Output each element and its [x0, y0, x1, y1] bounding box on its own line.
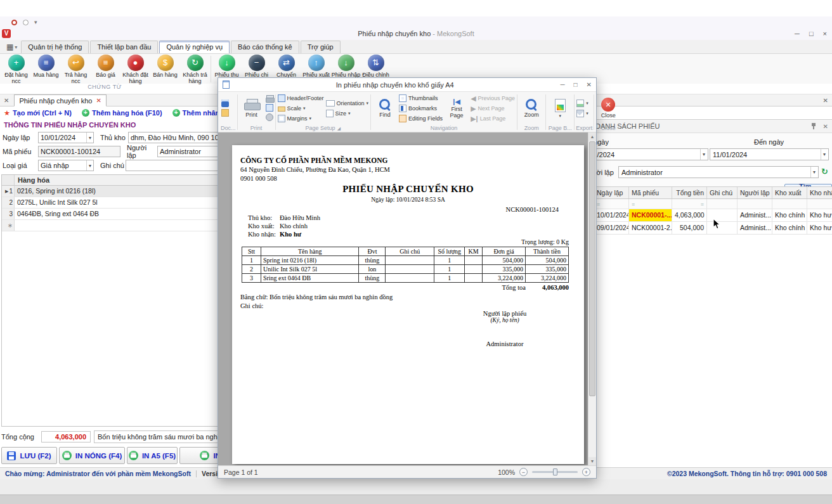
column-header[interactable]: Ngày lập: [594, 187, 629, 198]
zoom-out-icon[interactable]: −: [519, 468, 528, 476]
next-page-button[interactable]: ▶Next Page: [471, 104, 515, 113]
filter-cell[interactable]: [738, 199, 772, 209]
scrollbar-thumb[interactable]: [589, 141, 595, 396]
tab-thiet-lap-ban-dau[interactable]: Thiết lập ban đầu: [90, 41, 158, 53]
page-background-button[interactable]: ▾: [548, 99, 572, 119]
zoom-track[interactable]: [532, 471, 578, 473]
maximize-icon[interactable]: □: [574, 81, 578, 88]
filter-cell[interactable]: [629, 199, 672, 209]
print-options-icon[interactable]: [266, 104, 273, 113]
editing-fields-button[interactable]: Editing Fields: [399, 114, 443, 124]
column-header[interactable]: Mã phiếu: [629, 187, 672, 198]
column-header[interactable]: Tổng tiền: [672, 187, 707, 198]
scale-button[interactable]: Scale▾: [278, 104, 324, 113]
close-icon: ✕: [601, 98, 615, 112]
minimize-icon[interactable]: ─: [795, 30, 800, 37]
margins-button[interactable]: Margins▾: [278, 114, 324, 124]
close-icon[interactable]: ✕: [587, 81, 592, 88]
print-customize-icon[interactable]: [266, 113, 273, 122]
zoom-thumb-handle[interactable]: [553, 468, 557, 475]
column-header[interactable]: Kho nhận: [807, 187, 832, 198]
taskbar: [0, 494, 832, 504]
print-button[interactable]: Print: [240, 99, 264, 119]
table-total-line: Tổng toa4,063,000: [242, 284, 569, 291]
previous-page-button[interactable]: ◀Previous Page: [471, 94, 515, 103]
cell: 3,224,000: [526, 274, 569, 283]
price-type-select[interactable]: Giá nhập▾: [38, 160, 94, 171]
ribbon-item-bao-gia[interactable]: ≡Báo giá: [91, 55, 120, 78]
scroll-down-icon[interactable]: ▼: [588, 457, 596, 465]
tab-quan-ly-nghiep-vu[interactable]: Quản lý nghiệp vụ: [159, 41, 230, 53]
to-date-input[interactable]: 11/01/2024▾: [710, 148, 829, 160]
ribbon-item-ban-hang[interactable]: $Bán hàng: [150, 55, 180, 78]
send-email-button[interactable]: ▾: [576, 109, 588, 119]
warehouse-out-line: Kho xuất:Kho chính: [248, 223, 308, 229]
tab-bao-cao-thong-ke[interactable]: Báo cáo thống kê: [231, 41, 299, 53]
bookmarks-button[interactable]: Bookmarks: [399, 104, 443, 113]
add-item-button[interactable]: +Thêm hàng hóa (F10): [82, 109, 162, 117]
column-header[interactable]: Ghi chú: [707, 187, 738, 198]
ribbon-label: Khách đặt hàng: [122, 72, 148, 84]
window-controls: ─ □ ×: [795, 30, 827, 37]
ribbon-item-mua-hang[interactable]: ≡Mua hàng: [31, 55, 61, 78]
chevron-down-icon[interactable]: ▾: [34, 19, 37, 25]
ribbon-item-tra-hang-ncc[interactable]: ↩Trả hàng ncc: [61, 55, 91, 85]
print-a5-button[interactable]: IN A5 (F5): [127, 447, 178, 464]
tab-quan-tri-he-thong[interactable]: Quản trị hệ thống: [21, 41, 89, 53]
filter-cell[interactable]: [772, 199, 807, 209]
pin-icon[interactable]: [810, 122, 817, 130]
close-icon[interactable]: ×: [823, 30, 827, 37]
maximize-icon[interactable]: □: [809, 30, 814, 37]
zoom-in-icon[interactable]: +: [582, 468, 590, 476]
ribbon-item-phieu-chi[interactable]: −Phiếu chi: [242, 55, 271, 78]
print-hot-button[interactable]: IN NÓNG (F4): [59, 447, 125, 464]
scroll-up-icon[interactable]: ▲: [588, 132, 596, 141]
dialog-launcher-icon[interactable]: ◢: [337, 126, 341, 131]
date-input[interactable]: 10/01/2024▾: [38, 132, 94, 143]
column-header[interactable]: Kho xuất: [772, 187, 807, 198]
customer-return-icon: ↻: [187, 55, 204, 71]
grid-filter-row[interactable]: [594, 199, 832, 209]
ribbon-item-khach-tra-hang[interactable]: ↻Khách trả hàng: [180, 55, 210, 85]
refresh-icon[interactable]: ↻: [821, 167, 828, 176]
save-document-icon[interactable]: [221, 100, 229, 108]
close-panel-icon[interactable]: ✕: [823, 123, 828, 130]
filter-cell[interactable]: [594, 199, 629, 209]
filter-cell[interactable]: [807, 199, 832, 209]
export-document-button[interactable]: ▾: [576, 99, 588, 108]
ribbon-item-phieu-xuat[interactable]: ↑Phiếu xuất: [301, 55, 331, 78]
thumbnails-button[interactable]: Thumbnails: [399, 94, 443, 103]
group-label: Print: [238, 124, 275, 132]
filter-cell[interactable]: [672, 199, 707, 209]
status-dot-icon[interactable]: [23, 20, 29, 25]
save-button[interactable]: LƯU (F2): [1, 447, 57, 464]
ribbon-item-phieu-thu[interactable]: ↓Phiếu thu: [212, 55, 242, 78]
creator-filter-select[interactable]: Administrator▾: [618, 166, 819, 178]
first-page-button[interactable]: |◀First Page: [445, 98, 469, 119]
menu-grid-icon[interactable]: ▦▾: [3, 41, 21, 53]
record-dot-icon[interactable]: [11, 20, 17, 25]
vertical-scrollbar[interactable]: ▲ ▼: [588, 132, 596, 465]
chevron-down-icon: ▾: [821, 149, 826, 160]
tab-tro-giup[interactable]: Trợ giúp: [301, 41, 341, 53]
column-header[interactable]: Người lập: [738, 187, 772, 198]
last-page-button[interactable]: ▶|Last Page: [471, 114, 515, 124]
open-document-icon[interactable]: [221, 109, 229, 118]
minimize-icon[interactable]: ─: [560, 81, 564, 88]
ribbon-item-phieu-nhap[interactable]: ↓Phiếu nhập: [331, 55, 361, 78]
size-button[interactable]: Size▾: [326, 109, 369, 119]
tab-phieu-nhap-chuyen-kho[interactable]: Phiếu nhập chuyển kho ✕: [14, 94, 106, 107]
close-panel-icon[interactable]: ✕: [823, 97, 828, 104]
new-voucher-button[interactable]: ★Tạo mới (Ctrl + N): [4, 109, 72, 117]
header-footer-button[interactable]: Header/Footer: [278, 94, 324, 103]
zoom-button[interactable]: Zoom: [519, 98, 543, 119]
close-preview-button[interactable]: ✕Close: [596, 98, 620, 119]
ribbon-item-dat-hang-ncc[interactable]: +Đặt hàng ncc: [1, 55, 31, 85]
quick-print-icon[interactable]: [266, 94, 273, 103]
ribbon-item-khach-dat-hang[interactable]: ●Khách đặt hàng: [120, 55, 150, 85]
find-button[interactable]: Find: [373, 98, 397, 119]
close-all-tabs-icon[interactable]: ✕: [4, 97, 9, 104]
filter-cell[interactable]: [707, 199, 738, 209]
close-tab-icon[interactable]: ✕: [96, 97, 101, 104]
orientation-button[interactable]: Orientation▾: [326, 99, 369, 108]
